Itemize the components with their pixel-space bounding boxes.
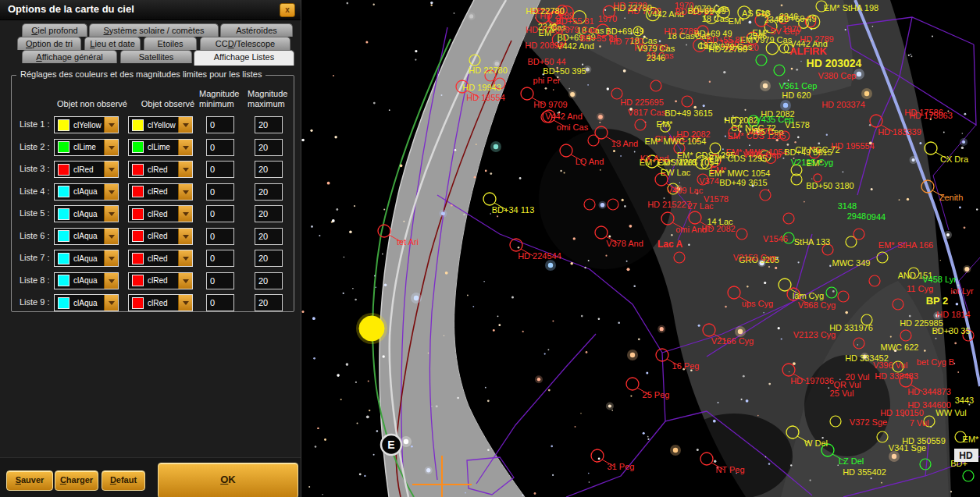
chevron-down-icon[interactable]	[178, 229, 192, 244]
observed-color-select[interactable]: clYellow	[128, 116, 193, 133]
mag-min-input[interactable]	[206, 205, 234, 222]
mag-min-input[interactable]	[206, 139, 234, 156]
svg-text:V2123 Cyg: V2123 Cyg	[793, 330, 836, 339]
svg-text:V817 Cas: V817 Cas	[628, 108, 666, 117]
color-swatch	[58, 208, 69, 220]
svg-text:HD 2789: HD 2789	[664, 27, 697, 36]
chevron-down-icon[interactable]	[104, 250, 118, 266]
svg-text:HD 22780: HD 22780	[469, 66, 508, 75]
chevron-down-icon[interactable]	[178, 184, 192, 200]
mag-max-input[interactable]	[255, 205, 283, 222]
chevron-down-icon[interactable]	[104, 162, 118, 177]
color-name: clRed	[144, 210, 178, 218]
svg-text:0944: 0944	[867, 212, 886, 222]
mag-min-input[interactable]	[206, 161, 234, 178]
svg-text:iot Lyr: iot Lyr	[950, 286, 974, 296]
unobserved-color-select[interactable]: clAqua	[54, 250, 119, 267]
unobserved-color-select[interactable]: clAqua	[54, 183, 119, 201]
color-swatch	[58, 141, 69, 153]
color-swatch	[58, 186, 69, 197]
color-name: clLime	[144, 143, 178, 151]
application-window: E HD 7720V979 Cas18 CasHD 27892346BD+69 …	[0, 0, 980, 497]
mag-min-input[interactable]	[206, 116, 234, 133]
tab-affichage-g-n-ral[interactable]: Affichage général	[22, 50, 117, 63]
observed-color-select[interactable]: clRed	[128, 228, 193, 245]
unobserved-color-select[interactable]: clLime	[54, 139, 119, 156]
tab-etoiles[interactable]: Etoiles	[144, 37, 197, 50]
selected-object-label[interactable]: HD	[954, 449, 978, 462]
svg-text:V380 Cep: V380 Cep	[818, 71, 857, 80]
mag-min-input[interactable]	[206, 250, 234, 267]
chevron-down-icon[interactable]	[104, 117, 118, 133]
unobserved-color-select[interactable]: clYellow	[54, 116, 119, 133]
unobserved-color-select[interactable]: clRed	[54, 161, 119, 178]
tab-ciel-profond[interactable]: Ciel profond	[22, 23, 87, 37]
chevron-down-icon[interactable]	[178, 295, 192, 311]
color-name: clRed	[144, 254, 178, 263]
svg-text:WW Vul: WW Vul	[935, 408, 966, 417]
mag-max-input[interactable]	[255, 183, 283, 201]
svg-text:tet Ari: tet Ari	[397, 237, 419, 247]
chevron-down-icon[interactable]	[104, 140, 118, 155]
tab-syst-me-solaire-com-tes[interactable]: Système solaire / comètes	[89, 23, 219, 37]
tab-ast-ro-des[interactable]: Astéroïdes	[220, 23, 293, 37]
tab-lieu-et-date[interactable]: Lieu et date	[84, 37, 141, 50]
chevron-down-icon[interactable]	[104, 229, 118, 244]
svg-text:V374: V374	[699, 176, 719, 186]
tab-option-de-tri[interactable]: Option de tri	[17, 37, 81, 50]
mag-min-input[interactable]	[206, 228, 234, 245]
mag-max-input[interactable]	[255, 272, 283, 289]
chevron-down-icon[interactable]	[178, 273, 192, 289]
observed-color-select[interactable]: clLime	[128, 139, 193, 156]
mag-max-input[interactable]	[255, 116, 283, 133]
chevron-down-icon[interactable]	[178, 117, 192, 133]
observed-color-select[interactable]: clRed	[128, 205, 193, 222]
svg-text:V2135 Cyg: V2135 Cyg	[791, 158, 833, 167]
close-button[interactable]: x	[280, 3, 295, 17]
liste-label: Liste 2 :	[20, 142, 50, 151]
mag-max-input[interactable]	[255, 294, 283, 311]
ok-button[interactable]: OK	[158, 463, 298, 497]
observed-color-select[interactable]: clRed	[128, 250, 193, 267]
mag-max-input[interactable]	[255, 161, 283, 178]
unobserved-color-select[interactable]: clAqua	[54, 205, 119, 222]
observed-color-select[interactable]: clRed	[128, 272, 193, 289]
color-name: clRed	[144, 276, 178, 285]
mag-max-input[interactable]	[255, 228, 283, 245]
observed-color-select[interactable]: clRed	[128, 294, 193, 311]
unobserved-color-select[interactable]: clAqua	[54, 228, 119, 245]
mag-max-input[interactable]	[255, 250, 283, 267]
chevron-down-icon[interactable]	[178, 162, 192, 177]
mag-min-input[interactable]	[206, 272, 234, 289]
svg-text:MWC 622: MWC 622	[881, 343, 919, 352]
unobserved-color-select[interactable]: clAqua	[54, 272, 119, 289]
chevron-down-icon[interactable]	[104, 273, 118, 289]
mag-min-input[interactable]	[206, 294, 234, 311]
unobserved-color-select[interactable]: clAqua	[54, 294, 119, 311]
sun-marker[interactable]	[356, 313, 387, 344]
chevron-down-icon[interactable]	[178, 140, 192, 155]
color-swatch	[58, 230, 69, 242]
chevron-down-icon[interactable]	[104, 184, 118, 200]
svg-text:BD+34 113: BD+34 113	[492, 205, 535, 215]
tab-ccd-telescope[interactable]: CCD/Telescope	[200, 37, 290, 50]
chevron-down-icon[interactable]	[104, 206, 118, 222]
chevron-down-icon[interactable]	[178, 250, 192, 266]
svg-text:V2153 Cyg: V2153 Cyg	[733, 253, 775, 262]
dialog-titlebar[interactable]: Options de la carte du ciel x	[0, 0, 301, 20]
liste-row: Liste 6 : clAqua clRed	[12, 228, 294, 247]
mag-min-input[interactable]	[206, 183, 234, 201]
load-button[interactable]: Charger	[55, 470, 98, 491]
tab-affichage-listes[interactable]: Affichage Listes	[194, 50, 294, 66]
default-button[interactable]: Defaut	[102, 470, 145, 491]
liste-label: Liste 4 :	[20, 186, 50, 196]
observed-color-select[interactable]: clRed	[128, 161, 193, 178]
svg-text:V442 And: V442 And	[545, 112, 583, 121]
chevron-down-icon[interactable]	[178, 206, 192, 222]
chevron-down-icon[interactable]	[104, 295, 118, 311]
tab-satellites[interactable]: Satellites	[120, 50, 192, 63]
observed-color-select[interactable]: clRed	[128, 183, 193, 201]
save-button[interactable]: Sauver	[6, 470, 53, 491]
lists-settings-groupbox: Réglages des couleurs et des magnitudes …	[11, 75, 294, 312]
mag-max-input[interactable]	[255, 139, 283, 156]
